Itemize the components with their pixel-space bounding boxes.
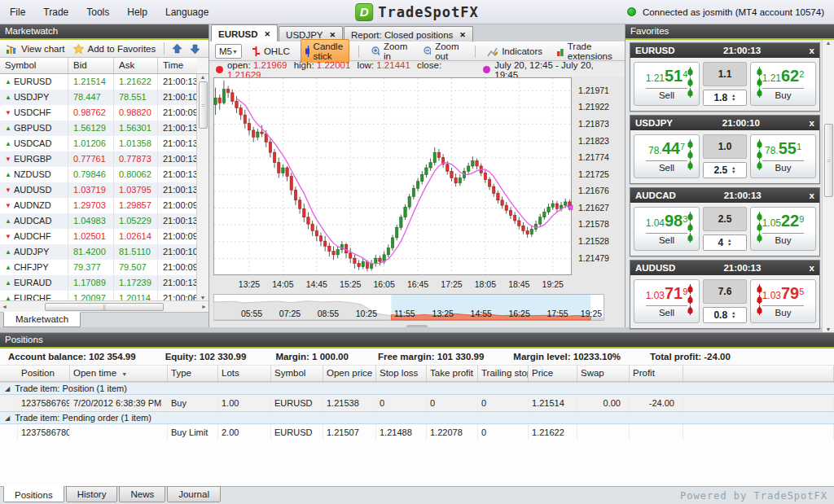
close-icon[interactable]: ✕ xyxy=(265,30,271,38)
svg-text:18:45: 18:45 xyxy=(508,279,529,289)
marketwatch-vscrollbar[interactable]: ▲=▼ xyxy=(196,74,208,300)
scroll-up-icon[interactable]: ▲ xyxy=(826,40,832,46)
hscroll-thumb[interactable]: || xyxy=(45,303,164,311)
close-icon[interactable]: ✕ xyxy=(459,31,466,39)
vscroll-thumb[interactable]: = xyxy=(199,81,208,129)
tab-marketwatch[interactable]: Marketwatch xyxy=(3,312,81,327)
move-down-button[interactable] xyxy=(188,43,202,55)
close-icon[interactable]: x xyxy=(810,263,814,273)
close-icon[interactable]: x xyxy=(810,118,814,128)
tab-positions[interactable]: Positions xyxy=(3,486,64,502)
amount-stepper[interactable]: 1.8▲▼ xyxy=(703,90,747,106)
col-open-price[interactable]: Open price xyxy=(323,366,376,381)
chart-canvas[interactable]: 1.219711.219221.218731.218231.217741.217… xyxy=(213,77,622,291)
marketwatch-row[interactable]: ▲USDJPY78.44778.55121:00:10 xyxy=(0,90,208,105)
menu-help[interactable]: Help xyxy=(127,7,147,18)
overview-canvas[interactable]: 05:5507:2508:5510:2511:5513:2514:5516:25… xyxy=(213,294,606,322)
menu-file[interactable]: File xyxy=(10,7,25,18)
tab-news[interactable]: News xyxy=(119,486,165,502)
amount-stepper[interactable]: 2.5▲▼ xyxy=(703,162,747,178)
col-bid[interactable]: Bid xyxy=(68,58,114,73)
timeframe-select[interactable]: M5 ▼ xyxy=(215,44,242,59)
close-icon[interactable]: ✕ xyxy=(329,31,336,39)
scroll-right-icon[interactable]: ► xyxy=(201,304,207,309)
menu-language[interactable]: Language xyxy=(165,7,208,18)
stepper-down-icon[interactable]: ▼ xyxy=(731,98,735,102)
marketwatch-row[interactable]: ▼AUDNZD1.297031.2985721:00:09 xyxy=(0,198,208,213)
stepper-down-icon[interactable]: ▼ xyxy=(731,170,735,174)
buy-button[interactable]: 1.03795Buy xyxy=(750,279,816,323)
marketwatch-hscrollbar[interactable]: ◄||► xyxy=(0,300,208,312)
group-row[interactable]: ◢Trade item: Position (1 item) xyxy=(0,382,834,395)
close-icon[interactable]: x xyxy=(810,46,814,55)
svg-text:16:45: 16:45 xyxy=(407,279,428,289)
view-chart-button[interactable]: View chart xyxy=(4,43,67,55)
marketwatch-row[interactable]: ▼USDCHF0.987620.9882021:00:09 xyxy=(0,105,208,121)
sell-button[interactable]: 1.04983Sell xyxy=(634,207,700,251)
col-ask[interactable]: Ask xyxy=(114,58,158,73)
ohlc-icon xyxy=(252,46,260,57)
amount-stepper[interactable]: 4▲▼ xyxy=(703,234,747,251)
sell-button[interactable]: 78.447Sell xyxy=(634,134,700,178)
move-up-button[interactable] xyxy=(170,43,184,55)
position-row[interactable]: 1237586780Buy Limit2.00EURUSD1.215071.21… xyxy=(0,424,834,440)
stepper-down-icon[interactable]: ▼ xyxy=(731,315,735,319)
col-lots[interactable]: Lots xyxy=(218,366,271,381)
sell-button[interactable]: 1.03719Sell xyxy=(634,279,700,323)
col-open-time[interactable]: Open time ▼ xyxy=(70,366,168,381)
sell-label: Sell xyxy=(659,163,674,173)
marketwatch-row[interactable]: ▲EURUSD1.215141.2162221:00:13 xyxy=(0,74,208,90)
cell-trailing-stop: 0 xyxy=(478,395,529,411)
buy-button[interactable]: 78.551Buy xyxy=(750,134,816,178)
amount-stepper[interactable]: 0.8▲▼ xyxy=(703,307,747,323)
buy-button[interactable]: 1.21622Buy xyxy=(750,62,816,106)
col-stop-loss[interactable]: Stop loss xyxy=(376,366,427,381)
expanded-triangle-icon[interactable]: ◢ xyxy=(5,385,10,392)
marketwatch-row[interactable]: ▲AUDJPY81.420081.511021:00:10 xyxy=(0,244,208,260)
candlestick-chart[interactable]: 1.219711.219221.218731.218231.217741.217… xyxy=(209,77,625,292)
add-to-favorites-button[interactable]: Add to Favorites xyxy=(71,43,158,55)
col-symbol[interactable]: Symbol xyxy=(271,366,323,381)
scroll-down-icon[interactable]: ▼ xyxy=(826,327,832,332)
marketwatch-row[interactable]: ▲GBPUSD1.561291.5630121:00:13 xyxy=(0,121,208,136)
chart-tab-eurusd[interactable]: EURUSD✕ xyxy=(211,24,278,42)
group-row[interactable]: ◢Trade item: Pending order (1 item) xyxy=(0,411,834,424)
tab-history[interactable]: History xyxy=(66,486,118,502)
col-time[interactable]: Time xyxy=(158,58,197,73)
scroll-left-icon[interactable]: ◄ xyxy=(2,304,7,309)
expanded-triangle-icon[interactable]: ◢ xyxy=(5,414,10,422)
favorites-scroll-thumb[interactable]: = xyxy=(824,124,833,197)
buy-button[interactable]: 1.05229Buy xyxy=(750,207,816,251)
col-trailing-stop[interactable]: Trailing stop xyxy=(478,366,529,381)
sell-button[interactable]: 1.21514Sell xyxy=(634,62,700,106)
stepper-down-icon[interactable]: ▼ xyxy=(727,243,731,247)
chart-overview-strip[interactable]: 05:5507:2508:5510:2511:5513:2514:5516:25… xyxy=(209,292,625,324)
marketwatch-row[interactable]: ▲USDCAD1.012061.0135821:00:13 xyxy=(0,136,208,151)
marketwatch-row[interactable]: ▼AUDCHF1.025011.0261421:00:09 xyxy=(0,229,208,244)
col-symbol[interactable]: Symbol xyxy=(0,58,68,73)
col-take-profit[interactable]: Take profit xyxy=(427,366,478,381)
ohlc-button[interactable]: OHLC xyxy=(249,44,293,59)
indicators-button[interactable]: Indicators xyxy=(484,45,546,59)
col-position[interactable]: Position xyxy=(18,366,70,381)
marketwatch-row[interactable]: ▲AUDCAD1.049831.0522921:00:13 xyxy=(0,213,208,229)
position-row[interactable]: 12375867697/20/2012 6:38:39 PMBuy1.00EUR… xyxy=(0,395,834,411)
bid-cell: 1.17089 xyxy=(68,275,114,291)
col-swap[interactable]: Swap xyxy=(577,366,630,381)
scroll-up-icon[interactable]: ▲ xyxy=(200,74,206,80)
marketwatch-row[interactable]: ▼EURGBP0.777610.7787321:00:13 xyxy=(0,151,208,167)
menu-trade[interactable]: Trade xyxy=(43,7,68,18)
marketwatch-row[interactable]: ▲EURCHF1.200971.2011421:00:06 xyxy=(0,291,208,300)
marketwatch-row[interactable]: ▲NZDUSD0.798460.8006221:00:13 xyxy=(0,167,208,182)
col-type[interactable]: Type xyxy=(168,366,218,381)
menu-tools[interactable]: Tools xyxy=(86,7,109,18)
marketwatch-row[interactable]: ▲CHFJPY79.37779.50721:00:09 xyxy=(0,260,208,275)
col-profit[interactable]: Profit xyxy=(630,366,683,381)
scroll-down-icon[interactable]: ▼ xyxy=(200,295,206,300)
tab-journal[interactable]: Journal xyxy=(167,486,221,502)
close-icon[interactable]: x xyxy=(810,191,814,200)
marketwatch-row[interactable]: ▼AUDUSD1.037191.0379521:00:13 xyxy=(0,182,208,198)
marketwatch-row[interactable]: ▲EURAUD1.170891.1723921:00:13 xyxy=(0,275,208,291)
col-price[interactable]: Price xyxy=(529,366,577,381)
favorites-scrollbar[interactable]: ▲ = ▼ xyxy=(822,40,834,332)
